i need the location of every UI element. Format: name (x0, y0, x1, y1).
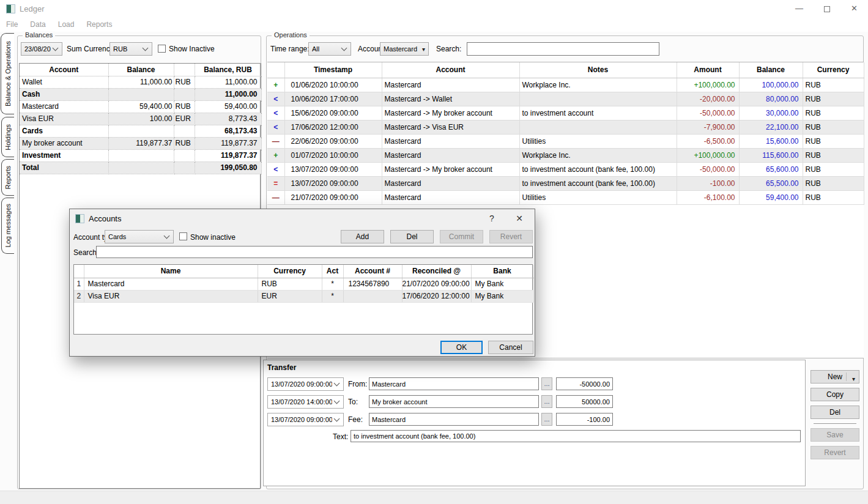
transfer-from-amount-input[interactable] (556, 377, 613, 390)
tab-balance-operations[interactable]: Balance & Operations (1, 33, 14, 114)
close-button[interactable]: ✕ (840, 0, 868, 17)
del-button[interactable]: Del (811, 406, 859, 419)
revert-button[interactable]: Revert (811, 446, 859, 459)
account-row[interactable]: 2 Visa EUR EUR * 17/06/2020 12:00:00 My … (74, 290, 533, 302)
transfer-title: Transfer (267, 363, 296, 372)
search-input[interactable] (467, 42, 659, 56)
operation-row[interactable]: = 13/07/2020 09:00:00 Mastercard to inve… (267, 176, 864, 190)
help-button[interactable]: ? (483, 213, 501, 223)
account-filter-combobox[interactable]: Mastercard ▾ (380, 42, 429, 56)
operation-row[interactable]: — 22/06/2020 09:00:00 Mastercard Utiliti… (267, 134, 864, 148)
search-label: Search: (436, 45, 461, 53)
col-currency[interactable]: Currency (258, 265, 322, 278)
operation-row[interactable]: < 15/06/2020 09:00:00 Mastercard -> My b… (267, 106, 864, 120)
date-combobox[interactable]: 23/08/2020 (21, 42, 62, 56)
balance-row[interactable]: Wallet 11,000.00 RUB 11,000.00 (20, 76, 261, 88)
transfer-text-input[interactable] (351, 430, 801, 442)
col-act[interactable]: Act (322, 265, 343, 278)
cell-row-number: 1 (74, 278, 84, 290)
operation-row[interactable]: — 21/07/2020 09:00:00 Mastercard Utiliti… (267, 190, 864, 204)
operation-row[interactable]: < 10/06/2020 17:00:00 Mastercard -> Wall… (267, 92, 864, 106)
cancel-button[interactable]: Cancel (488, 341, 533, 354)
cell-currency: RUB (803, 120, 864, 134)
col-reconciled[interactable]: Reconciled @ (402, 265, 471, 278)
balance-row[interactable]: Investment 119,877.37 (20, 149, 261, 161)
commit-button[interactable]: Commit (440, 230, 483, 243)
transfer-fee-datetime[interactable]: 13/07/2020 09:00:00 (267, 413, 344, 426)
menu-reports[interactable]: Reports (80, 17, 118, 32)
time-range-combobox[interactable]: All (308, 42, 351, 56)
tab-holdings[interactable]: Holdings (1, 117, 14, 157)
col-currency[interactable] (174, 64, 195, 76)
transfer-from-account-input[interactable] (369, 377, 539, 390)
tab-reports[interactable]: Reports (1, 159, 14, 196)
operation-row[interactable]: + 01/07/2020 10:00:00 Mastercard Workpla… (267, 148, 864, 162)
del-button[interactable]: Del (390, 230, 434, 243)
transfer-to-account-input[interactable] (369, 395, 539, 408)
balance-row[interactable]: Cards 68,173.43 (20, 125, 261, 137)
col-currency[interactable]: Currency (803, 62, 864, 78)
transfer-fee-account-input[interactable] (369, 413, 539, 426)
col-balance-rub[interactable]: Balance, RUB (195, 64, 261, 76)
transfer-fee-browse-button[interactable]: ... (541, 413, 552, 426)
chevron-down-icon (164, 233, 170, 239)
transfer-fee-amount-input[interactable] (556, 413, 613, 426)
balance-row[interactable]: My broker account 119,877.37 RUB 119,877… (20, 137, 261, 149)
sum-currency-combobox[interactable]: RUB (109, 42, 152, 56)
tab-log-messages[interactable]: Log messages (1, 198, 14, 254)
revert-button[interactable]: Revert (489, 230, 533, 243)
col-balance[interactable]: Balance (739, 62, 803, 78)
transfer-to-browse-button[interactable]: ... (541, 395, 552, 408)
cell-balance: 30,000.00 (739, 106, 803, 120)
col-account-number[interactable]: Account # (343, 265, 402, 278)
dialog-search-input[interactable] (96, 246, 533, 258)
balance-row[interactable]: Cash 11,000.00 (20, 88, 261, 100)
menu-bar: File Data Load Reports (0, 17, 868, 32)
operation-row[interactable]: < 13/07/2020 09:00:00 Mastercard -> My b… (267, 162, 864, 176)
cell-balance-rub: 119,877.37 (195, 149, 261, 161)
menu-data[interactable]: Data (24, 17, 51, 32)
transfer-to-datetime[interactable]: 13/07/2020 14:00:00 (267, 395, 344, 409)
cell-currency: RUB (803, 134, 864, 148)
cell-account-number: 1234567890 (343, 278, 402, 290)
transfer-to-amount-input[interactable] (556, 395, 613, 408)
menu-file[interactable]: File (0, 17, 24, 32)
show-inactive-checkbox[interactable] (179, 232, 187, 240)
save-button[interactable]: Save (811, 428, 859, 442)
app-icon (6, 4, 15, 13)
app-icon (75, 214, 84, 223)
col-bank[interactable]: Bank (471, 265, 533, 278)
col-name[interactable]: Name (84, 265, 258, 278)
col-timestamp[interactable]: Timestamp (284, 62, 382, 78)
transfer-from-datetime[interactable]: 13/07/2020 09:00:00 (267, 377, 344, 391)
account-row[interactable]: 1 Mastercard RUB * 1234567890 21/07/2020… (74, 278, 533, 290)
cell-currency (174, 125, 195, 137)
operation-row[interactable]: < 17/06/2020 12:00:00 Mastercard -> Visa… (267, 120, 864, 134)
show-inactive-checkbox[interactable] (158, 45, 166, 53)
menu-load[interactable]: Load (52, 17, 81, 32)
col-balance[interactable]: Balance (108, 64, 174, 76)
transfer-from-browse-button[interactable]: ... (541, 377, 552, 390)
cell-currency: RUB (174, 76, 195, 88)
account-type-combobox[interactable]: Cards (105, 230, 174, 243)
balance-row[interactable]: Visa EUR 100.00 EUR 8,773.43 (20, 113, 261, 125)
cell-timestamp: 10/06/2020 17:00:00 (284, 92, 382, 106)
col-notes[interactable]: Notes (519, 62, 677, 78)
cell-op-type: < (267, 162, 284, 176)
add-button[interactable]: Add (341, 230, 384, 243)
dialog-close-button[interactable]: ✕ (509, 213, 530, 223)
ok-button[interactable]: OK (440, 341, 483, 354)
maximize-button[interactable] (813, 0, 840, 17)
col-op[interactable] (267, 62, 284, 78)
balance-row[interactable]: Total 199,050.80 (20, 161, 261, 174)
operation-row[interactable]: + 01/06/2020 10:00:00 Mastercard Workpla… (267, 78, 864, 92)
col-amount[interactable]: Amount (677, 62, 739, 78)
cell-account: Mastercard (382, 134, 519, 148)
col-account[interactable]: Account (382, 62, 519, 78)
copy-button[interactable]: Copy (811, 388, 859, 401)
balance-row[interactable]: Mastercard 59,400.00 RUB 59,400.00 (20, 100, 261, 113)
minimize-button[interactable]: — (785, 0, 813, 17)
new-button[interactable]: New ▾ (811, 370, 859, 384)
col-account[interactable]: Account (20, 64, 108, 76)
cell-amount: -50,000.00 (677, 162, 739, 176)
